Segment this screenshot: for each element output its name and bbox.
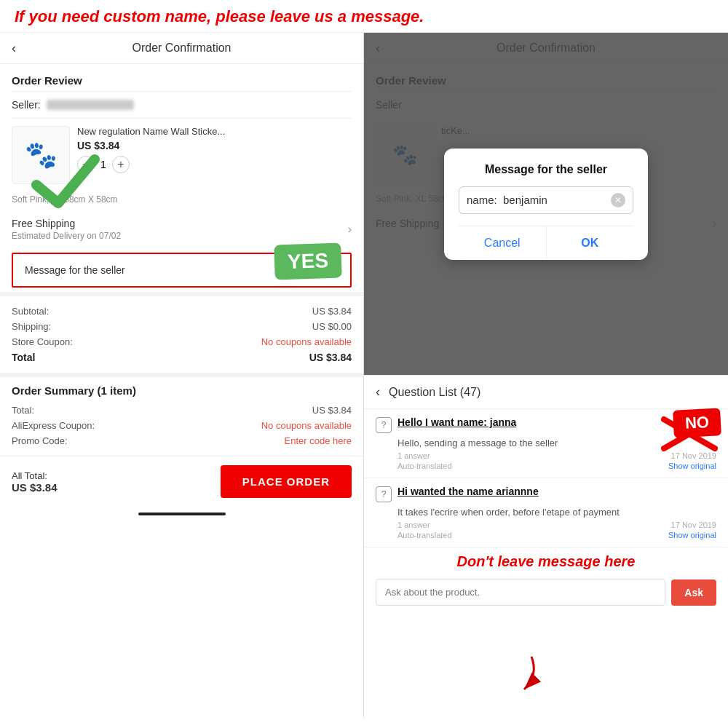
answer-count-1: 1 answer: [397, 451, 430, 460]
dialog-actions: Cancel OK: [459, 226, 633, 260]
right-top-area: ‹ Order Confirmation Order Review Seller…: [364, 33, 728, 375]
subtotal-label: Subtotal:: [12, 306, 49, 317]
bottom-bar: All Total: US $3.84 PLACE ORDER: [0, 456, 363, 507]
left-back-arrow[interactable]: ‹: [12, 41, 16, 56]
answer-translated-2: Auto-translated Show original: [376, 531, 716, 539]
dont-leave-text: Don't leave message here: [364, 547, 728, 573]
os-coupon-value[interactable]: No coupons available: [261, 420, 352, 431]
left-header-title: Order Confirmation: [132, 41, 231, 55]
shipping-price-value: US $0.00: [312, 321, 352, 332]
answer-count-2: 1 answer: [397, 521, 430, 529]
os-coupon-row: AliExpress Coupon: No coupons available: [12, 418, 352, 433]
banner-text: If you need custom name, please leave us…: [15, 7, 713, 26]
auto-translated-1: Auto-translated: [397, 462, 452, 470]
message-label: Message for the seller: [25, 264, 125, 276]
order-review-title: Order Review: [0, 64, 363, 91]
subtotal-value: US $3.84: [312, 306, 352, 317]
ask-input[interactable]: [376, 579, 665, 606]
question-text-2[interactable]: Hi wanted the name ariannne: [397, 486, 539, 497]
question-item-2: ? Hi wanted the name ariannne It takes l…: [364, 478, 728, 547]
shipping-date: Estimated Delivery on 07/02: [12, 231, 121, 241]
bottom-total: All Total: US $3.84: [12, 470, 58, 494]
order-summary-title: Order Summary (1 item): [12, 384, 352, 397]
dialog-clear-button[interactable]: ✕: [611, 193, 625, 207]
no-text-badge: NO: [673, 408, 721, 438]
question-list-title: Question List (47): [389, 386, 480, 399]
shipping-row: Free Shipping Estimated Delivery on 07/0…: [0, 210, 363, 248]
answer-translated-1: Auto-translated Show original: [376, 462, 716, 470]
seller-row: Seller:: [0, 92, 363, 118]
os-total-label: Total:: [12, 405, 34, 416]
total-label: Total: [12, 352, 35, 363]
answer-meta-2: 1 answer 17 Nov 2019: [376, 521, 716, 529]
os-coupon-label: AliExpress Coupon:: [12, 420, 95, 431]
all-total-value: US $3.84: [12, 481, 58, 494]
coupon-label: Store Coupon:: [12, 336, 73, 347]
product-name: New regulation Name Wall Sticke...: [77, 126, 352, 137]
ask-button[interactable]: Ask: [671, 579, 716, 606]
coupon-value[interactable]: No coupons available: [261, 336, 352, 347]
place-order-button[interactable]: PLACE ORDER: [221, 465, 352, 498]
top-banner: If you need custom name, please leave us…: [0, 0, 728, 33]
dialog-overlay: Message for the seller ✕ Cancel OK: [364, 33, 728, 375]
red-arrow-ask: [502, 653, 561, 695]
coupon-row: Store Coupon: No coupons available: [12, 334, 352, 349]
question-icon-1: ?: [376, 417, 392, 433]
total-value: US $3.84: [309, 352, 352, 363]
show-original-2[interactable]: Show original: [668, 531, 716, 539]
dialog-cancel-button[interactable]: Cancel: [459, 226, 547, 260]
subtotal-row: Subtotal: US $3.84: [12, 304, 352, 319]
show-original-1[interactable]: Show original: [668, 462, 716, 470]
price-summary: Subtotal: US $3.84 Shipping: US $0.00 St…: [0, 296, 363, 373]
all-total-label: All Total:: [12, 470, 58, 481]
question-text-1[interactable]: Hello I want name: janna: [397, 416, 516, 428]
total-row: Total US $3.84: [12, 349, 352, 365]
dialog-ok-button[interactable]: OK: [547, 226, 634, 260]
seller-name-blur: [47, 100, 134, 110]
auto-translated-2: Auto-translated: [397, 531, 452, 539]
os-promo-row: Promo Code: Enter code here: [12, 433, 352, 448]
os-total-value: US $3.84: [312, 405, 352, 416]
shipping-info: Free Shipping Estimated Delivery on 07/0…: [12, 218, 121, 241]
dialog-input[interactable]: [467, 194, 611, 206]
product-price: US $3.84: [77, 140, 352, 151]
qty-increase[interactable]: +: [112, 156, 130, 173]
order-summary: Order Summary (1 item) Total: US $3.84 A…: [0, 377, 363, 456]
right-panel: ‹ Order Confirmation Order Review Seller…: [364, 33, 728, 717]
home-indicator: [138, 513, 226, 515]
answer-text-2: It takes l'ecrire when order, before l'e…: [376, 507, 716, 518]
shipping-price-label: Shipping:: [12, 321, 51, 332]
dialog-title: Message for the seller: [459, 163, 633, 176]
answer-date-2: 17 Nov 2019: [671, 521, 716, 529]
question-icon-2: ?: [376, 486, 392, 502]
message-dialog: Message for the seller ✕ Cancel OK: [444, 149, 648, 260]
os-promo-value[interactable]: Enter code here: [284, 435, 352, 446]
left-panel: ‹ Order Confirmation Order Review Seller…: [0, 33, 364, 717]
left-header: ‹ Order Confirmation: [0, 33, 363, 64]
os-promo-label: Promo Code:: [12, 435, 68, 446]
yes-badge: YES: [274, 243, 342, 280]
checkmark-icon: [29, 152, 102, 210]
dialog-input-row[interactable]: ✕: [459, 186, 633, 214]
shipping-price-row: Shipping: US $0.00: [12, 319, 352, 334]
seller-label: Seller:: [12, 99, 41, 111]
qty-row: − 1 +: [77, 156, 352, 173]
question-row-2: ? Hi wanted the name ariannne: [376, 486, 716, 502]
shipping-title: Free Shipping: [12, 218, 121, 229]
shipping-arrow: ›: [348, 223, 352, 236]
question-header: ‹ Question List (47): [364, 376, 728, 409]
question-back-arrow[interactable]: ‹: [376, 384, 380, 400]
os-total-row: Total: US $3.84: [12, 403, 352, 418]
ask-row: Ask: [364, 573, 728, 612]
product-info: New regulation Name Wall Sticke... US $3…: [77, 126, 352, 173]
question-item-1: ? Hello I want name: janna Hello, sendin…: [364, 409, 728, 478]
question-panel: ‹ Question List (47) ? Hello I want name…: [364, 375, 728, 695]
